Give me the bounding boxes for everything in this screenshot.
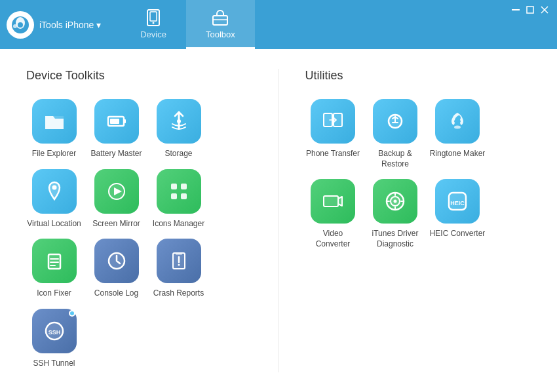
- heic-converter-icon: HEIC: [435, 179, 480, 224]
- virtual-location-icon: [32, 169, 77, 214]
- video-converter-icon: [311, 179, 355, 224]
- svg-text:SSH: SSH: [48, 329, 60, 336]
- crash-reports-icon: [157, 239, 201, 283]
- window-controls: [511, 0, 557, 34]
- tool-phone-transfer[interactable]: Phone Transfer: [305, 99, 361, 169]
- device-toolkits-section: Device Toolkits File Explorer: [26, 69, 252, 372]
- tool-battery-master[interactable]: Battery Master: [88, 99, 144, 159]
- close-button[interactable]: [540, 5, 549, 14]
- storage-icon: [157, 99, 201, 144]
- screen-mirror-label: Screen Mirror: [92, 219, 140, 229]
- tool-storage[interactable]: Storage: [151, 99, 206, 159]
- tool-video-converter[interactable]: Video Converter: [305, 179, 361, 249]
- svg-point-17: [52, 185, 56, 189]
- video-converter-label: Video Converter: [305, 229, 361, 249]
- svg-text:HEIC: HEIC: [450, 200, 465, 206]
- file-explorer-label: File Explorer: [32, 149, 76, 159]
- tool-crash-reports[interactable]: Crash Reports: [151, 239, 206, 299]
- svg-rect-20: [171, 184, 177, 189]
- tool-console-log[interactable]: Console Log: [88, 239, 144, 299]
- console-log-icon: [94, 239, 139, 283]
- svg-rect-14: [124, 119, 126, 123]
- svg-point-16: [177, 119, 181, 123]
- svg-rect-10: [527, 7, 533, 13]
- svg-rect-9: [512, 9, 520, 10]
- svg-point-3: [13, 24, 17, 28]
- virtual-location-label: Virtual Location: [27, 219, 81, 229]
- tool-icon-fixer[interactable]: Icon Fixer: [26, 239, 82, 299]
- svg-point-36: [454, 126, 461, 129]
- phone-transfer-label: Phone Transfer: [306, 149, 360, 159]
- svg-rect-21: [181, 184, 187, 189]
- backup-restore-icon: [373, 99, 417, 144]
- title-bar: iTools iPhone ▾ Device Toolbox: [0, 0, 557, 49]
- tool-file-explorer[interactable]: File Explorer: [26, 99, 82, 159]
- crash-reports-label: Crash Reports: [153, 288, 204, 299]
- tool-ssh-tunnel[interactable]: SSH SSH Tunnel: [26, 309, 82, 369]
- tool-heic-converter[interactable]: HEIC HEIC Converter: [430, 179, 486, 249]
- svg-rect-37: [324, 196, 338, 206]
- tool-icons-manager[interactable]: Icons Manager: [151, 169, 206, 229]
- main-content: Device Toolkits File Explorer: [0, 49, 557, 392]
- device-toolkits-title: Device Toolkits: [26, 69, 252, 83]
- icon-fixer-icon: [32, 239, 77, 283]
- tool-backup-restore[interactable]: Backup & Restore: [368, 99, 423, 169]
- tool-virtual-location[interactable]: Virtual Location: [26, 169, 82, 229]
- utilities-grid: Phone Transfer Backup & Restore: [305, 99, 531, 249]
- app-name: iTools iPhone ▾: [39, 20, 101, 30]
- icon-fixer-label: Icon Fixer: [37, 288, 71, 299]
- battery-master-label: Battery Master: [90, 149, 142, 159]
- ssh-tunnel-label: SSH Tunnel: [33, 359, 75, 369]
- svg-rect-23: [181, 193, 187, 199]
- svg-rect-15: [110, 119, 119, 124]
- nav-tabs: Device Toolbox: [121, 0, 255, 49]
- ssh-tunnel-icon: SSH: [32, 309, 77, 353]
- itunes-driver-label: iTunes Driver Diagnostic: [368, 229, 423, 249]
- console-log-label: Console Log: [94, 288, 138, 299]
- backup-restore-label: Backup & Restore: [368, 149, 423, 169]
- svg-rect-5: [150, 12, 157, 21]
- tool-itunes-driver[interactable]: iTunes Driver Diagnostic: [368, 179, 423, 249]
- utilities-title: Utilities: [305, 69, 531, 83]
- heic-converter-label: HEIC Converter: [430, 229, 486, 239]
- svg-rect-7: [213, 16, 227, 25]
- minimize-button[interactable]: [511, 5, 520, 14]
- tool-screen-mirror[interactable]: Screen Mirror: [88, 169, 144, 229]
- svg-point-2: [18, 22, 23, 28]
- tab-device[interactable]: Device: [121, 0, 186, 49]
- svg-point-6: [153, 22, 155, 24]
- storage-label: Storage: [164, 149, 192, 159]
- itunes-driver-icon: [373, 179, 417, 224]
- icons-manager-icon: [157, 169, 201, 214]
- battery-master-icon: [94, 99, 139, 144]
- icons-manager-label: Icons Manager: [153, 219, 204, 229]
- svg-point-40: [394, 200, 397, 203]
- maximize-button[interactable]: [526, 5, 535, 14]
- utilities-section: Utilities Phone Transfer: [305, 69, 531, 372]
- app-logo: [7, 11, 34, 39]
- ringtone-maker-label: Ringtone Maker: [430, 149, 486, 159]
- ringtone-maker-icon: [435, 99, 480, 144]
- svg-point-30: [178, 264, 180, 266]
- tool-ringtone-maker[interactable]: Ringtone Maker: [430, 99, 486, 169]
- device-toolkits-grid: File Explorer Battery Master: [26, 99, 252, 368]
- tab-toolbox[interactable]: Toolbox: [186, 0, 255, 49]
- screen-mirror-icon: [94, 169, 139, 214]
- svg-rect-22: [171, 193, 177, 199]
- phone-transfer-icon: [311, 99, 355, 144]
- section-divider: [278, 69, 279, 372]
- file-explorer-icon: [32, 99, 77, 144]
